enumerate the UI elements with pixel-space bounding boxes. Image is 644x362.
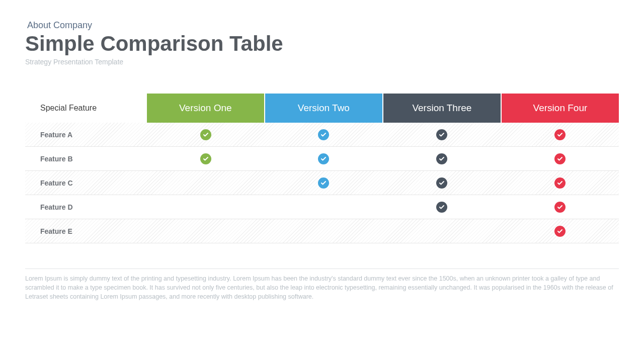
footer-divider — [25, 268, 619, 269]
feature-label: Feature C — [25, 171, 146, 195]
feature-cell — [501, 147, 619, 170]
feature-cell — [146, 171, 265, 195]
feature-cell — [383, 123, 501, 146]
col-header-v3: Version Three — [383, 94, 501, 123]
check-icon — [554, 153, 566, 164]
feature-cell — [501, 195, 619, 219]
check-icon — [318, 153, 329, 164]
feature-cell — [501, 171, 619, 195]
feature-cell — [501, 123, 619, 146]
feature-cell — [146, 195, 265, 219]
col-header-v2: Version Two — [265, 94, 382, 123]
check-icon — [554, 177, 566, 189]
feature-label: Feature A — [25, 123, 146, 146]
check-icon — [554, 129, 566, 140]
feature-cell — [265, 147, 383, 170]
check-icon — [436, 177, 447, 189]
table-row: Feature A — [25, 123, 619, 147]
check-icon — [318, 129, 329, 140]
check-icon — [436, 129, 447, 140]
col-header-v4: Version Four — [502, 94, 619, 123]
page-subtitle: Strategy Presentation Template — [25, 58, 619, 66]
feature-cell — [265, 171, 383, 195]
check-icon — [200, 129, 211, 140]
check-icon — [436, 202, 447, 213]
feature-cell — [146, 147, 265, 170]
table-row: Feature C — [25, 171, 619, 195]
check-icon — [318, 177, 329, 189]
feature-cell — [383, 219, 501, 243]
table-row: Feature D — [25, 195, 619, 219]
feature-cell — [265, 195, 383, 219]
table-header-row: Special Feature Version One Version Two … — [25, 94, 619, 123]
kicker-text: About Company — [27, 20, 619, 31]
check-icon — [436, 153, 447, 164]
feature-cell — [146, 123, 265, 146]
feature-cell — [265, 123, 383, 146]
check-icon — [554, 202, 566, 213]
footer-text: Lorem Ipsum is simply dummy text of the … — [25, 274, 619, 301]
feature-cell — [383, 147, 501, 170]
table-row: Feature B — [25, 147, 619, 171]
table-row: Feature E — [25, 219, 619, 243]
check-icon — [554, 226, 566, 237]
col-header-v1: Version One — [147, 94, 264, 123]
comparison-table: Special Feature Version One Version Two … — [25, 94, 619, 243]
feature-cell — [146, 219, 265, 243]
check-icon — [200, 153, 211, 164]
feature-cell — [383, 195, 501, 219]
feature-label: Feature E — [25, 219, 146, 243]
feature-cell — [501, 219, 619, 243]
page-title: Simple Comparison Table — [25, 32, 619, 56]
feature-cell — [265, 219, 383, 243]
feature-cell — [383, 171, 501, 195]
col-header-feature: Special Feature — [25, 94, 146, 123]
feature-label: Feature D — [25, 195, 146, 219]
feature-label: Feature B — [25, 147, 146, 170]
